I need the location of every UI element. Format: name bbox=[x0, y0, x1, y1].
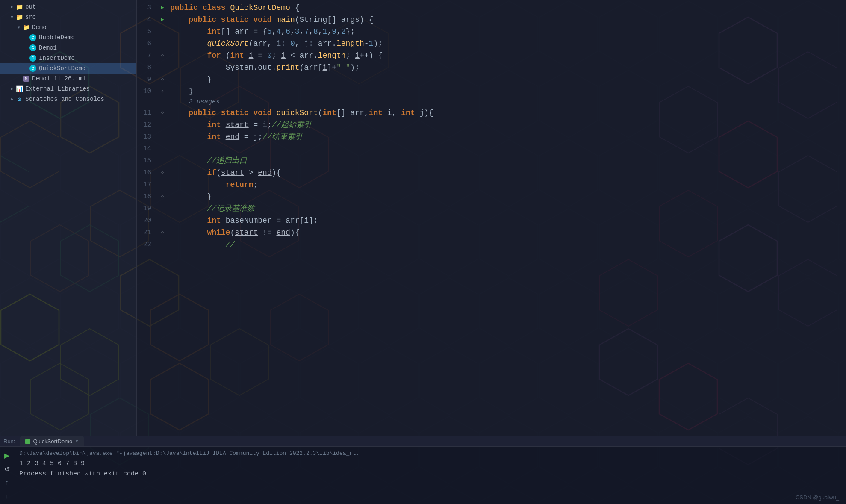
code-line-9: 9 ◇ } bbox=[137, 74, 846, 85]
sidebar-item-extlib[interactable]: ▶ 📊 External Libraries bbox=[0, 84, 136, 94]
fold-icon: ◇ bbox=[161, 167, 164, 179]
run-command-text: D:\Java\develop\bin\java.exe "-javaagent… bbox=[19, 450, 360, 457]
code-usage-hint: 3_usages bbox=[137, 97, 846, 107]
library-icon: 📊 bbox=[15, 85, 23, 93]
java-file-icon bbox=[29, 65, 37, 72]
scroll-down-button[interactable]: ↓ bbox=[2, 491, 12, 501]
run-tab-quicksort[interactable]: QuickSortDemo ✕ bbox=[20, 436, 84, 446]
run-icon: ▶ bbox=[161, 14, 164, 26]
sidebar-item-bubble[interactable]: ▶ BubbleDemo bbox=[0, 32, 136, 43]
usage-text: 3_usages bbox=[167, 97, 846, 107]
line-num: 8 bbox=[137, 62, 158, 74]
line-gutter: ◇ bbox=[158, 74, 167, 85]
arrow-icon: ▶ bbox=[9, 3, 15, 10]
code-line-21: 21 ◇ while(start != end){ bbox=[137, 227, 846, 239]
arrow-icon: ▼ bbox=[15, 24, 22, 31]
line-code: return; bbox=[167, 179, 846, 191]
scroll-up-button[interactable]: ↑ bbox=[2, 477, 12, 488]
line-code: } bbox=[167, 85, 846, 97]
line-num: 9 bbox=[137, 74, 158, 85]
line-gutter: ▶ bbox=[158, 14, 167, 26]
line-num: 17 bbox=[137, 179, 158, 191]
run-tab-name: QuickSortDemo bbox=[33, 438, 72, 445]
arrow-icon: ▶ bbox=[9, 96, 15, 103]
run-toolbar: ▶ ↺ ↑ ↓ ■ bbox=[0, 447, 14, 504]
code-line-4: 4 ▶ public static void main(String[] arg… bbox=[137, 14, 846, 26]
sidebar-item-label: out bbox=[25, 3, 36, 10]
sidebar-item-src[interactable]: ▼ 📁 src bbox=[0, 12, 136, 22]
sidebar-item-label: src bbox=[25, 14, 36, 21]
fold-icon: ◇ bbox=[161, 50, 164, 62]
code-line-19: 19 //记录基准数 bbox=[137, 203, 846, 215]
code-line-14: 14 bbox=[137, 143, 846, 155]
sidebar-item-label: BubbleDemo bbox=[39, 34, 75, 41]
watermark: CSDN @guaiwu_ bbox=[796, 494, 839, 501]
code-line-3: 3 ▶ public class QuickSortDemo { bbox=[137, 2, 846, 14]
line-code: //记录基准数 bbox=[167, 203, 846, 215]
run-panel: Run: QuickSortDemo ✕ ▶ ↺ ↑ ↓ ■ D:\Java\d… bbox=[0, 436, 846, 504]
run-output-text: 1 2 3 4 5 6 7 8 9 bbox=[19, 460, 85, 467]
line-code: int end = j;//结束索引 bbox=[167, 131, 846, 143]
run-output-line: 1 2 3 4 5 6 7 8 9 bbox=[19, 459, 841, 469]
folder-icon: 📁 bbox=[15, 13, 23, 21]
line-code: public static void quickSort(int[] arr,i… bbox=[167, 107, 846, 119]
line-gutter: ◇ bbox=[158, 167, 167, 179]
line-code: int[] arr = {5,4,6,3,7,8,1,9,2}; bbox=[167, 26, 846, 38]
code-line-11: 11 ◇ public static void quickSort(int[] … bbox=[137, 107, 846, 119]
java-file-icon bbox=[29, 44, 37, 52]
line-num: 13 bbox=[137, 131, 158, 143]
code-line-8: 8 System.out.print(arr[i]+" "); bbox=[137, 62, 846, 74]
sidebar-item-label: External Libraries bbox=[25, 85, 90, 92]
line-num: 10 bbox=[137, 85, 158, 97]
sidebar-item-label: InsertDemo bbox=[39, 55, 75, 62]
sidebar-item-iml[interactable]: ▶ M Demo1_11_26.iml bbox=[0, 74, 136, 84]
sidebar-item-label: Demo bbox=[32, 24, 47, 31]
sidebar-item-quicksort[interactable]: ▶ QuickSortDemo bbox=[0, 63, 136, 74]
sidebar-item-demo[interactable]: ▼ 📁 Demo bbox=[0, 22, 136, 32]
code-lines: 3 ▶ public class QuickSortDemo { 4 ▶ pub… bbox=[137, 0, 846, 252]
iml-file-icon: M bbox=[22, 75, 30, 83]
fold-icon: ◇ bbox=[161, 74, 164, 85]
line-code: while(start != end){ bbox=[167, 227, 846, 239]
close-tab-button[interactable]: ✕ bbox=[75, 439, 79, 444]
line-gutter: ▶ bbox=[158, 2, 167, 14]
run-output: D:\Java\develop\bin\java.exe "-javaagent… bbox=[14, 447, 846, 504]
line-num: 7 bbox=[137, 50, 158, 62]
line-code: quickSort(arr, i: 0, j: arr.length-1); bbox=[167, 38, 846, 50]
code-line-7: 7 ◇ for (int i = 0; i < arr.length; i++)… bbox=[137, 50, 846, 62]
code-view[interactable]: 3 ▶ public class QuickSortDemo { 4 ▶ pub… bbox=[137, 0, 846, 436]
line-gutter: ◇ bbox=[158, 50, 167, 62]
code-line-18: 18 ◇ } bbox=[137, 191, 846, 203]
java-file-icon bbox=[29, 54, 37, 62]
line-gutter: ◇ bbox=[158, 107, 167, 119]
line-num: 11 bbox=[137, 107, 158, 119]
file-tree: ▶ 📁 out ▼ 📁 src ▼ 📁 Demo ▶ BubbleDemo bbox=[0, 0, 137, 436]
run-tab-icon bbox=[25, 439, 30, 444]
sidebar-item-out[interactable]: ▶ 📁 out bbox=[0, 2, 136, 12]
code-line-17: 17 return; bbox=[137, 179, 846, 191]
sidebar-item-label: Demo1 bbox=[39, 44, 57, 51]
arrow-icon: ▶ bbox=[9, 85, 15, 92]
sidebar-item-demo1[interactable]: ▶ Demo1 bbox=[0, 43, 136, 53]
sidebar-item-label: QuickSortDemo bbox=[39, 65, 85, 72]
line-num: 5 bbox=[137, 26, 158, 38]
sidebar-item-scratches[interactable]: ▶ ⚙ Scratches and Consoles bbox=[0, 94, 136, 104]
run-tab-bar: Run: QuickSortDemo ✕ bbox=[0, 436, 846, 447]
rerun-button[interactable]: ↺ bbox=[2, 464, 12, 474]
sidebar-item-insert[interactable]: ▶ InsertDemo bbox=[0, 53, 136, 63]
code-line-13: 13 int end = j;//结束索引 bbox=[137, 131, 846, 143]
folder-icon: 📁 bbox=[15, 3, 23, 11]
run-button[interactable]: ▶ bbox=[2, 450, 12, 460]
line-num: 12 bbox=[137, 119, 158, 131]
line-num: 4 bbox=[137, 14, 158, 26]
line-num: 15 bbox=[137, 155, 158, 167]
run-label: Run: bbox=[3, 438, 15, 445]
run-finish-line: Process finished with exit code 0 bbox=[19, 469, 841, 479]
fold-icon: ◇ bbox=[161, 227, 164, 239]
code-line-20: 20 int baseNumber = arr[i]; bbox=[137, 215, 846, 227]
line-gutter: ◇ bbox=[158, 191, 167, 203]
line-code: int start = i;//起始索引 bbox=[167, 119, 846, 131]
run-command-line: D:\Java\develop\bin\java.exe "-javaagent… bbox=[19, 448, 841, 459]
line-code: System.out.print(arr[i]+" "); bbox=[167, 62, 846, 74]
code-line-22: 22 // bbox=[137, 239, 846, 251]
